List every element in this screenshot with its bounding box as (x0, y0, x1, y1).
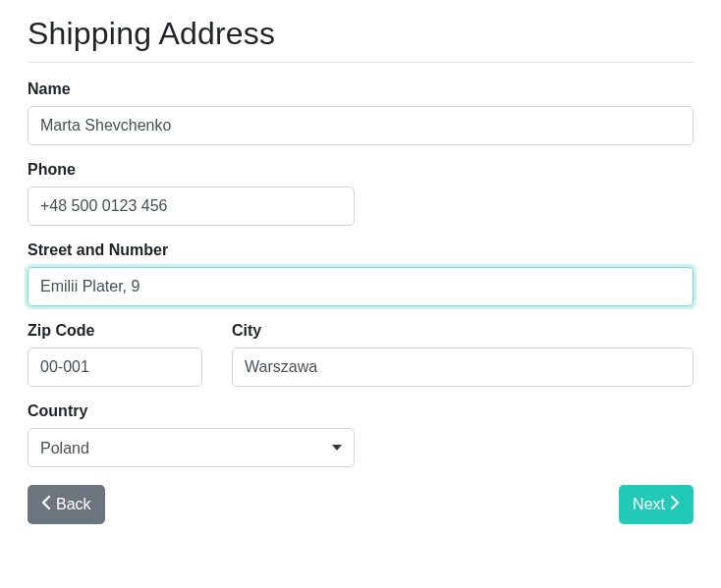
city-group: City (232, 322, 693, 387)
country-label: Country (28, 402, 355, 420)
page-title: Shipping Address (28, 16, 693, 52)
shipping-address-form: Shipping Address Name Phone Street and N… (0, 16, 721, 524)
zip-field[interactable] (28, 347, 202, 387)
street-field[interactable] (28, 267, 693, 306)
city-label: City (232, 322, 693, 340)
zip-label: Zip Code (28, 322, 202, 340)
city-field[interactable] (232, 347, 693, 387)
phone-label: Phone (28, 161, 355, 179)
back-button-label: Back (56, 494, 91, 515)
name-label: Name (28, 80, 693, 98)
next-button[interactable]: Next (619, 485, 693, 524)
street-label: Street and Number (28, 241, 693, 259)
phone-group: Phone (28, 161, 355, 226)
divider (28, 62, 693, 63)
chevron-right-icon (671, 494, 680, 515)
street-group: Street and Number (28, 241, 693, 306)
name-group: Name (28, 80, 693, 145)
country-group: Country Poland (28, 402, 355, 467)
country-select[interactable]: Poland (28, 428, 355, 467)
chevron-left-icon (41, 494, 50, 515)
name-field[interactable] (28, 106, 693, 145)
zip-group: Zip Code (28, 322, 202, 387)
zip-city-row: Zip Code City (28, 322, 693, 402)
phone-field[interactable] (28, 187, 355, 226)
button-row: Back Next (28, 485, 693, 524)
back-button[interactable]: Back (28, 485, 105, 524)
next-button-label: Next (633, 494, 665, 515)
